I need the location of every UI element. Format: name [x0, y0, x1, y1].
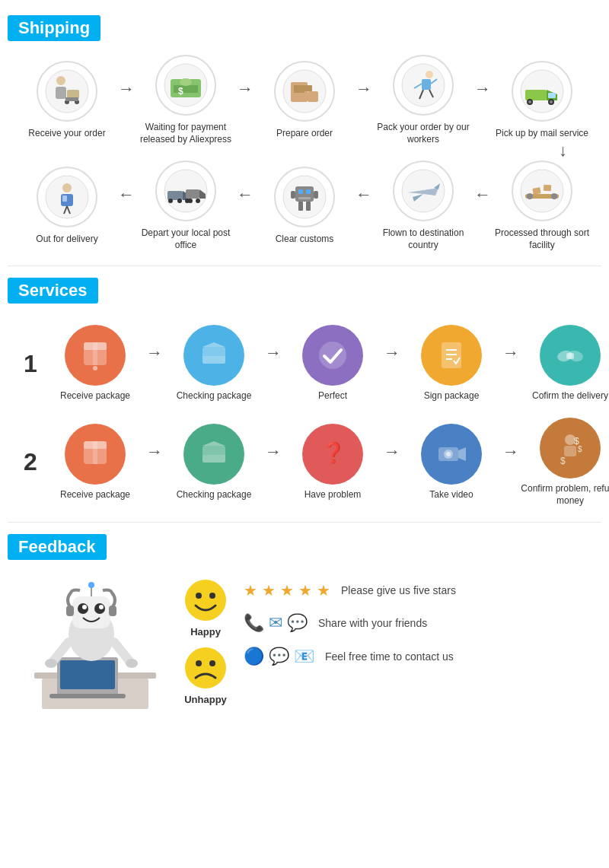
feedback-section: Feedback — [0, 526, 609, 726]
svc2-arrow-4: → — [502, 442, 519, 483]
skype-icon: 🔵 — [244, 647, 264, 666]
shipping-row2: Out for delivery ← — [15, 161, 594, 251]
star-4: ★ — [298, 581, 312, 599]
svg-rect-81 — [566, 353, 574, 359]
shipping-row1: Receive your order → $ Waiting for payme… — [15, 55, 594, 145]
share-text: Share with your friends — [318, 617, 427, 629]
svc-check-package-icon-2 — [195, 435, 233, 473]
svg-point-61 — [521, 170, 563, 212]
pickup-icon — [519, 68, 565, 114]
svg-point-108 — [99, 605, 104, 609]
svc2-arrow-2: → — [265, 442, 282, 483]
svg-point-70 — [93, 366, 97, 370]
svg-point-63 — [527, 193, 533, 199]
svg-point-1 — [56, 76, 65, 85]
happy-emotion: Happy — [183, 577, 228, 637]
service-row-2: 2 Receive package → — [15, 418, 594, 507]
flown-icon — [400, 168, 446, 214]
star-2: ★ — [262, 581, 276, 599]
star-1: ★ — [244, 581, 257, 599]
svg-point-107 — [82, 605, 87, 609]
ship-step-9: Flown to destination country — [374, 161, 473, 251]
svg-rect-53 — [298, 202, 303, 211]
svg-rect-44 — [186, 189, 199, 199]
svc1-step5: Cofirm the delivery — [521, 325, 609, 402]
svc1-step4: Sign package — [402, 325, 501, 402]
services-section: Services 1 — [0, 270, 609, 518]
svg-rect-56 — [314, 191, 318, 199]
star-5: ★ — [317, 581, 330, 599]
arrow-5: ← — [118, 185, 135, 227]
svg-point-42 — [177, 199, 182, 203]
svc-refund-icon: $ $ $ — [551, 429, 589, 467]
svg-point-115 — [45, 659, 57, 668]
svc-video-icon — [432, 435, 470, 473]
payment-icon: $ — [163, 62, 209, 108]
svg-rect-19 — [422, 79, 431, 90]
svg-point-33 — [62, 183, 72, 192]
svc1-step1: Receive package — [46, 325, 145, 402]
sort-facility-icon — [519, 168, 565, 214]
svg-rect-102 — [49, 694, 126, 698]
svg-point-118 — [196, 593, 202, 599]
svg-rect-65 — [532, 187, 540, 195]
svc2-step3: ❓❓ Have problem — [283, 424, 382, 501]
email-icon: ✉ — [269, 613, 282, 633]
svc2-step4: Take video — [402, 424, 501, 501]
svg-rect-15 — [308, 91, 318, 102]
svg-rect-73 — [202, 356, 225, 364]
service-num-1: 1 — [15, 350, 46, 378]
messenger-icon: 💬 — [269, 647, 289, 666]
svc-perfect-icon — [314, 336, 352, 374]
svg-rect-14 — [294, 85, 304, 93]
svc-arrow-1: → — [146, 343, 163, 384]
svg-marker-92 — [458, 447, 466, 461]
svc1-step3: Perfect — [283, 325, 382, 402]
svc-arrow-2: → — [265, 343, 282, 384]
svc-check-package-icon — [195, 336, 233, 374]
out-delivery-icon — [44, 174, 90, 220]
svg-rect-25 — [525, 90, 547, 100]
five-stars-text: Please give us five stars — [341, 584, 456, 596]
svg-text:$: $ — [578, 445, 582, 453]
svg-rect-111 — [66, 606, 74, 616]
depart-icon — [163, 168, 209, 214]
svg-rect-112 — [109, 606, 116, 616]
arrow-2: → — [237, 79, 253, 122]
unhappy-face-icon — [183, 646, 228, 690]
receive-order-icon — [44, 68, 90, 114]
ship-step-4: Pack your order by our workers — [374, 55, 473, 145]
svg-point-47 — [196, 199, 200, 203]
ship-step-8: Clear customs — [255, 167, 354, 246]
svg-point-64 — [551, 193, 557, 199]
five-stars-row: ★ ★ ★ ★ ★ Please give us five stars — [244, 581, 594, 599]
service-row-1: 1 Receive package — [15, 325, 594, 402]
svc2-step1: Receive package — [46, 424, 145, 501]
feedback-actions: ★ ★ ★ ★ ★ Please give us five stars 📞 ✉ … — [244, 581, 594, 666]
svg-point-121 — [196, 660, 202, 666]
arrow-7: ← — [356, 185, 372, 227]
svg-point-119 — [209, 593, 215, 599]
svg-rect-27 — [548, 93, 556, 98]
svc-sign-icon — [432, 336, 470, 374]
robot-customer-service-icon — [19, 574, 164, 718]
svg-rect-2 — [56, 87, 66, 99]
star-3: ★ — [280, 581, 294, 599]
feedback-header: Feedback — [8, 534, 107, 560]
svg-rect-52 — [298, 197, 311, 199]
contact-text: Feel free time to contact us — [325, 650, 454, 663]
service-num-2: 2 — [15, 448, 46, 476]
unhappy-emotion: Unhappy — [183, 645, 228, 705]
svc2-arrow-3: → — [384, 442, 400, 483]
svg-rect-69 — [93, 342, 97, 365]
ship-step-5: Pick up by mail service — [493, 61, 591, 140]
ship-step-3: Prepare order — [255, 61, 354, 140]
svg-text:$: $ — [178, 86, 183, 97]
svg-rect-87 — [202, 455, 225, 463]
svg-rect-104 — [72, 596, 110, 628]
phone-icon: 📞 — [244, 613, 264, 633]
svg-rect-16 — [304, 85, 312, 91]
ship-step-7: Depart your local post office — [136, 161, 235, 251]
customs-icon — [282, 174, 327, 220]
arrow-down: ↓ — [15, 141, 567, 161]
